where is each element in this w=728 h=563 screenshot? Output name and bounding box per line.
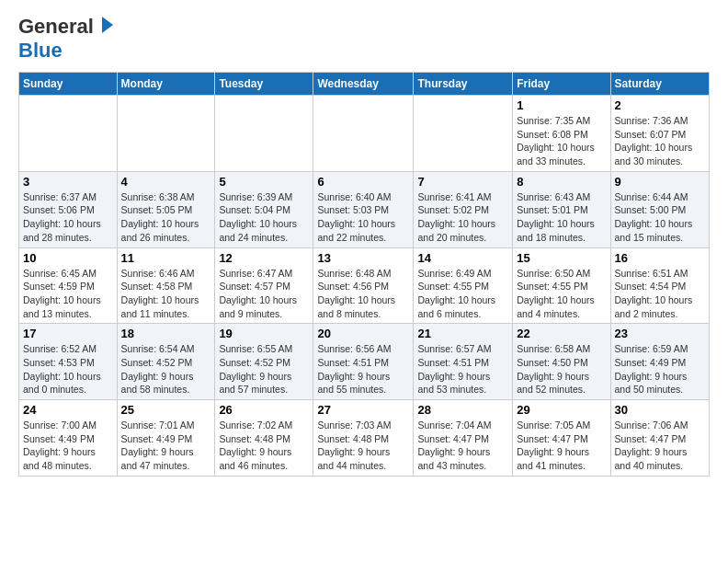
- day-cell: 19Sunrise: 6:55 AM Sunset: 4:52 PM Dayli…: [215, 324, 313, 400]
- day-number: 25: [121, 403, 211, 417]
- weekday-header-thursday: Thursday: [414, 73, 513, 96]
- logo-general: General: [18, 15, 94, 39]
- day-cell: 3Sunrise: 6:37 AM Sunset: 5:06 PM Daylig…: [19, 171, 118, 247]
- day-cell: [215, 96, 313, 172]
- day-info: Sunrise: 7:00 AM Sunset: 4:49 PM Dayligh…: [23, 419, 113, 473]
- day-cell: 20Sunrise: 6:56 AM Sunset: 4:51 PM Dayli…: [313, 324, 414, 400]
- header: General Blue: [18, 15, 710, 63]
- day-number: 27: [317, 403, 409, 417]
- day-cell: 2Sunrise: 7:36 AM Sunset: 6:07 PM Daylig…: [610, 96, 709, 172]
- day-info: Sunrise: 6:57 AM Sunset: 4:51 PM Dayligh…: [417, 342, 508, 396]
- day-cell: 5Sunrise: 6:39 AM Sunset: 5:04 PM Daylig…: [215, 171, 313, 247]
- weekday-header-friday: Friday: [513, 73, 610, 96]
- day-number: 10: [23, 251, 113, 265]
- day-cell: 1Sunrise: 7:35 AM Sunset: 6:08 PM Daylig…: [513, 96, 610, 172]
- day-number: 28: [417, 403, 508, 417]
- day-cell: 13Sunrise: 6:48 AM Sunset: 4:56 PM Dayli…: [313, 247, 414, 324]
- day-cell: [313, 96, 414, 172]
- day-info: Sunrise: 6:38 AM Sunset: 5:05 PM Dayligh…: [121, 190, 211, 245]
- day-info: Sunrise: 7:02 AM Sunset: 4:48 PM Dayligh…: [219, 419, 309, 473]
- day-cell: 30Sunrise: 7:06 AM Sunset: 4:47 PM Dayli…: [610, 400, 709, 477]
- day-number: 9: [615, 175, 705, 189]
- day-cell: 12Sunrise: 6:47 AM Sunset: 4:57 PM Dayli…: [215, 247, 313, 324]
- week-row-1: 3Sunrise: 6:37 AM Sunset: 5:06 PM Daylig…: [19, 171, 710, 247]
- day-cell: 28Sunrise: 7:04 AM Sunset: 4:47 PM Dayli…: [414, 400, 513, 477]
- day-info: Sunrise: 7:35 AM Sunset: 6:08 PM Dayligh…: [517, 114, 606, 168]
- day-number: 29: [517, 403, 606, 417]
- day-info: Sunrise: 6:55 AM Sunset: 4:52 PM Dayligh…: [219, 342, 309, 396]
- day-info: Sunrise: 6:45 AM Sunset: 4:59 PM Dayligh…: [23, 267, 113, 321]
- day-info: Sunrise: 7:03 AM Sunset: 4:48 PM Dayligh…: [317, 419, 409, 473]
- day-info: Sunrise: 6:49 AM Sunset: 4:55 PM Dayligh…: [417, 267, 508, 321]
- day-info: Sunrise: 6:44 AM Sunset: 5:00 PM Dayligh…: [615, 190, 705, 245]
- weekday-header-saturday: Saturday: [610, 73, 709, 96]
- day-number: 26: [219, 403, 309, 417]
- day-info: Sunrise: 6:47 AM Sunset: 4:57 PM Dayligh…: [219, 267, 309, 321]
- day-cell: 24Sunrise: 7:00 AM Sunset: 4:49 PM Dayli…: [19, 400, 118, 477]
- day-cell: 4Sunrise: 6:38 AM Sunset: 5:05 PM Daylig…: [117, 171, 215, 247]
- day-number: 18: [121, 327, 211, 340]
- day-cell: 17Sunrise: 6:52 AM Sunset: 4:53 PM Dayli…: [19, 324, 118, 400]
- day-cell: 10Sunrise: 6:45 AM Sunset: 4:59 PM Dayli…: [19, 247, 118, 324]
- day-number: 14: [417, 251, 508, 265]
- day-number: 3: [23, 175, 113, 189]
- week-row-4: 24Sunrise: 7:00 AM Sunset: 4:49 PM Dayli…: [19, 400, 710, 477]
- day-cell: 7Sunrise: 6:41 AM Sunset: 5:02 PM Daylig…: [414, 171, 513, 247]
- day-cell: 21Sunrise: 6:57 AM Sunset: 4:51 PM Dayli…: [414, 324, 513, 400]
- day-cell: [19, 96, 118, 172]
- day-cell: 22Sunrise: 6:58 AM Sunset: 4:50 PM Dayli…: [513, 324, 610, 400]
- week-row-3: 17Sunrise: 6:52 AM Sunset: 4:53 PM Dayli…: [19, 324, 710, 400]
- calendar-body: 1Sunrise: 7:35 AM Sunset: 6:08 PM Daylig…: [19, 96, 710, 477]
- day-number: 4: [121, 175, 211, 189]
- day-info: Sunrise: 6:48 AM Sunset: 4:56 PM Dayligh…: [317, 267, 409, 321]
- day-number: 1: [517, 98, 606, 112]
- weekday-header-row: SundayMondayTuesdayWednesdayThursdayFrid…: [19, 73, 710, 96]
- week-row-0: 1Sunrise: 7:35 AM Sunset: 6:08 PM Daylig…: [19, 96, 710, 172]
- day-number: 7: [417, 175, 508, 189]
- day-cell: 15Sunrise: 6:50 AM Sunset: 4:55 PM Dayli…: [513, 247, 610, 324]
- weekday-header-wednesday: Wednesday: [313, 73, 414, 96]
- day-number: 5: [219, 175, 309, 189]
- day-cell: 29Sunrise: 7:05 AM Sunset: 4:47 PM Dayli…: [513, 400, 610, 477]
- day-info: Sunrise: 6:40 AM Sunset: 5:03 PM Dayligh…: [317, 190, 409, 245]
- day-info: Sunrise: 7:05 AM Sunset: 4:47 PM Dayligh…: [517, 419, 606, 473]
- day-number: 24: [23, 403, 113, 417]
- logo: General Blue: [18, 15, 115, 63]
- day-info: Sunrise: 6:59 AM Sunset: 4:49 PM Dayligh…: [615, 342, 705, 396]
- day-cell: 16Sunrise: 6:51 AM Sunset: 4:54 PM Dayli…: [610, 247, 709, 324]
- day-number: 2: [615, 98, 705, 112]
- day-info: Sunrise: 7:04 AM Sunset: 4:47 PM Dayligh…: [417, 419, 508, 473]
- day-info: Sunrise: 6:52 AM Sunset: 4:53 PM Dayligh…: [23, 342, 113, 396]
- day-cell: 9Sunrise: 6:44 AM Sunset: 5:00 PM Daylig…: [610, 171, 709, 247]
- day-cell: 25Sunrise: 7:01 AM Sunset: 4:49 PM Dayli…: [117, 400, 215, 477]
- day-number: 17: [23, 327, 113, 340]
- day-number: 8: [517, 175, 606, 189]
- day-info: Sunrise: 6:46 AM Sunset: 4:58 PM Dayligh…: [121, 267, 211, 321]
- day-number: 30: [615, 403, 705, 417]
- weekday-header-sunday: Sunday: [19, 73, 118, 96]
- day-number: 12: [219, 251, 309, 265]
- day-info: Sunrise: 6:50 AM Sunset: 4:55 PM Dayligh…: [517, 267, 606, 321]
- day-number: 15: [517, 251, 606, 265]
- day-cell: 23Sunrise: 6:59 AM Sunset: 4:49 PM Dayli…: [610, 324, 709, 400]
- day-cell: 18Sunrise: 6:54 AM Sunset: 4:52 PM Dayli…: [117, 324, 215, 400]
- day-info: Sunrise: 7:01 AM Sunset: 4:49 PM Dayligh…: [121, 419, 211, 473]
- day-number: 23: [615, 327, 705, 340]
- day-info: Sunrise: 6:41 AM Sunset: 5:02 PM Dayligh…: [417, 190, 508, 245]
- day-info: Sunrise: 6:43 AM Sunset: 5:01 PM Dayligh…: [517, 190, 606, 245]
- day-cell: 26Sunrise: 7:02 AM Sunset: 4:48 PM Dayli…: [215, 400, 313, 477]
- day-info: Sunrise: 6:51 AM Sunset: 4:54 PM Dayligh…: [615, 267, 705, 321]
- day-cell: 11Sunrise: 6:46 AM Sunset: 4:58 PM Dayli…: [117, 247, 215, 324]
- day-cell: [117, 96, 215, 172]
- day-number: 11: [121, 251, 211, 265]
- day-number: 13: [317, 251, 409, 265]
- day-number: 6: [317, 175, 409, 189]
- logo-blue: Blue: [18, 39, 63, 62]
- day-cell: 8Sunrise: 6:43 AM Sunset: 5:01 PM Daylig…: [513, 171, 610, 247]
- day-cell: [414, 96, 513, 172]
- day-info: Sunrise: 6:54 AM Sunset: 4:52 PM Dayligh…: [121, 342, 211, 396]
- week-row-2: 10Sunrise: 6:45 AM Sunset: 4:59 PM Dayli…: [19, 247, 710, 324]
- logo-arrow-icon: [95, 15, 115, 35]
- day-info: Sunrise: 6:37 AM Sunset: 5:06 PM Dayligh…: [23, 190, 113, 245]
- day-number: 22: [517, 327, 606, 340]
